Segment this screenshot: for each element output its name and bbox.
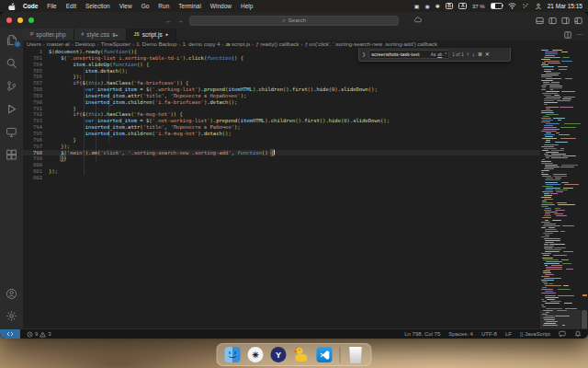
settings-sync-icon[interactable]: [413, 17, 422, 23]
toggle-replace-chevron[interactable]: ❯: [362, 52, 366, 57]
menu-item-terminal[interactable]: Terminal: [174, 3, 206, 9]
breadcrumb-item[interactable]: TimeSpotter: [101, 41, 130, 47]
menu-item-view[interactable]: View: [115, 3, 137, 9]
customize-layout-button[interactable]: [574, 17, 582, 25]
toggle-sidebar-button[interactable]: [548, 17, 557, 25]
dots-menu-icon[interactable]: [522, 3, 529, 9]
language-indicator[interactable]: {} JavaScript: [520, 331, 550, 337]
code-line-799[interactable]: 799 }): [23, 155, 540, 162]
breadcrumb-item[interactable]: 1. demo copy 4: [183, 41, 220, 47]
minimize-window-button[interactable]: [17, 17, 23, 23]
remote-explorer-icon[interactable]: [5, 124, 19, 139]
dock-vscode-icon[interactable]: [317, 347, 333, 362]
split-editor-button[interactable]: [564, 31, 571, 39]
circle-app-icon[interactable]: ◉: [424, 4, 429, 9]
menu-bar-clock[interactable]: 21 Mar 15:15: [548, 3, 582, 9]
code-line-787[interactable]: 787 if($(this).hasClass('fa-briefcase'))…: [23, 80, 540, 86]
minimap[interactable]: [540, 48, 581, 328]
next-match-button[interactable]: ↓: [472, 52, 475, 57]
previous-match-button[interactable]: ↑: [467, 52, 469, 57]
code-line-786[interactable]: 786 });: [23, 74, 540, 80]
remote-indicator[interactable]: [0, 329, 20, 339]
extensions-icon[interactable]: [5, 147, 19, 162]
whole-word-toggle[interactable]: ab: [437, 52, 442, 57]
input-source-icon[interactable]: A: [458, 3, 467, 9]
tab-spotter.php[interactable]: Pspotter.php: [23, 29, 74, 40]
tab-script.js[interactable]: JSscript.js●: [127, 29, 176, 40]
code-line-800[interactable]: 800: [23, 162, 540, 168]
menu-item-window[interactable]: Window: [206, 3, 236, 9]
search-icon[interactable]: [5, 55, 19, 70]
command-center-search[interactable]: ⌕ Search: [189, 16, 399, 26]
code-line-791[interactable]: 791 }: [23, 106, 540, 112]
menu-item-edit[interactable]: Edit: [62, 3, 81, 9]
shield-app-icon[interactable]: ▣: [414, 4, 420, 9]
menu-item-file[interactable]: File: [42, 3, 61, 9]
code-line-802[interactable]: 802: [23, 175, 540, 181]
more-actions-button[interactable]: ⋯: [577, 31, 584, 39]
menu-item-run[interactable]: Run: [153, 3, 174, 9]
cursor-position[interactable]: Ln 798, Col 75: [404, 331, 440, 337]
breadcrumb-item[interactable]: Users: [27, 41, 41, 47]
encoding-indicator[interactable]: UTF-8: [481, 331, 497, 337]
dock-chatgpt-icon[interactable]: ✳: [248, 347, 264, 362]
indentation-indicator[interactable]: Spaces: 4: [448, 331, 473, 337]
menu-item-selection[interactable]: Selection: [81, 3, 115, 9]
find-in-selection-button[interactable]: ≣: [478, 52, 482, 57]
dock-y-browser-icon[interactable]: Y: [271, 347, 287, 362]
menu-item-code[interactable]: Code: [18, 3, 42, 9]
code-line-801[interactable]: 801});: [23, 168, 540, 175]
dock-trash-icon[interactable]: [348, 347, 364, 362]
code-line-797[interactable]: 797 });: [23, 144, 540, 150]
code-line-789[interactable]: 789 inserted_item.attr('title', 'Перенес…: [23, 93, 540, 99]
user-menu-icon[interactable]: [535, 3, 542, 10]
code-editor[interactable]: 1$(document).ready(function(){781 $('.un…: [23, 48, 588, 328]
tab-style.css[interactable]: #style.css9+: [74, 29, 127, 40]
find-input[interactable]: screenshots-task-text Aa ab .*: [368, 50, 449, 59]
navigate-forward-button[interactable]: →: [177, 17, 184, 24]
code-line-785[interactable]: 785 item.detach();: [23, 68, 540, 75]
apple-menu-icon[interactable]: [6, 2, 18, 10]
navigate-back-button[interactable]: ←: [165, 17, 172, 24]
minimap-slider[interactable]: [540, 310, 581, 328]
code-line-793[interactable]: 793 var inserted_item = $('.not-working-…: [23, 118, 540, 124]
toggle-secondary-sidebar-button[interactable]: [561, 17, 570, 25]
settings-icon[interactable]: [5, 308, 19, 323]
menu-item-help[interactable]: Help: [236, 3, 257, 9]
account-icon[interactable]: [5, 286, 19, 301]
breadcrumb-item[interactable]: ƒon('click', '.sorting-search-new .sorti…: [305, 41, 437, 47]
boxed-b-app-icon[interactable]: B: [446, 3, 454, 9]
breadcrumb-item[interactable]: 1. Demo Backup: [136, 41, 176, 47]
code-line-794[interactable]: 794 inserted_item.attr('title', 'Перенес…: [23, 124, 540, 131]
breadcrumb-item[interactable]: JSscript.js: [226, 41, 251, 47]
breadcrumb-item[interactable]: master-al: [47, 41, 70, 47]
gear-app-icon[interactable]: ✱: [435, 4, 440, 9]
toggle-panel-button[interactable]: [536, 17, 544, 25]
run-debug-icon[interactable]: [5, 101, 19, 116]
code-line-790[interactable]: 790 inserted_item.children('i.fa-briefca…: [23, 99, 540, 106]
code-line-795[interactable]: 795 inserted_item.children('i.fa-mug-hot…: [23, 131, 540, 137]
close-window-button[interactable]: [6, 17, 12, 23]
feedback-icon[interactable]: [559, 330, 566, 338]
code-line-798[interactable]: 798 $('main').on('click', '.sorting-sear…: [23, 150, 540, 156]
source-control-icon[interactable]: [5, 78, 19, 93]
match-case-toggle[interactable]: Aa: [431, 52, 436, 57]
regex-toggle[interactable]: .*: [444, 52, 447, 57]
wifi-icon[interactable]: [508, 3, 516, 9]
code-line-788[interactable]: 788 var inserted_item = $('.working-list…: [23, 86, 540, 93]
dock-finder-icon[interactable]: [225, 347, 241, 362]
editor-scrollbar[interactable]: [582, 310, 587, 328]
dock-cyberduck-icon[interactable]: [294, 347, 310, 362]
eol-indicator[interactable]: LF: [505, 331, 512, 337]
code-line-784[interactable]: 784 item.slideUp(function() {: [23, 62, 540, 68]
breadcrumb-item[interactable]: ƒready() callback: [255, 41, 299, 47]
menu-item-go[interactable]: Go: [137, 3, 154, 9]
battery-icon[interactable]: [491, 3, 503, 10]
close-find-button[interactable]: ✕: [485, 52, 490, 57]
problems-indicator[interactable]: 9 3: [27, 331, 51, 338]
code-line-796[interactable]: 796 }: [23, 137, 540, 144]
zoom-window-button[interactable]: [28, 17, 34, 23]
notifications-bell-icon[interactable]: [574, 330, 582, 338]
explorer-icon[interactable]: [5, 32, 19, 47]
breadcrumb-item[interactable]: Desktop: [75, 41, 96, 47]
